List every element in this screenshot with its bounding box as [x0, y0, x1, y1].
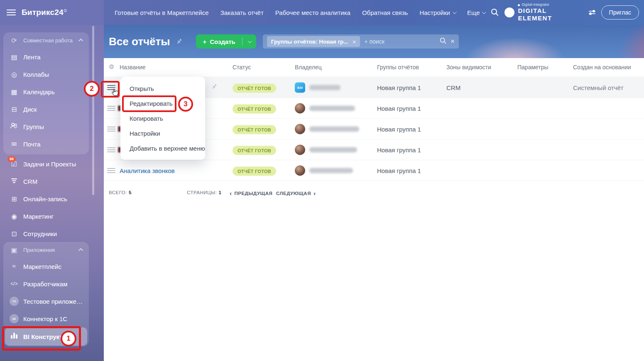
create-dropdown-button[interactable] [242, 40, 256, 43]
avatar [295, 103, 305, 113]
nav-more[interactable]: Еще [467, 9, 485, 16]
sidebar-item-feed[interactable]: ▤ Лента [3, 48, 89, 66]
owner-name-redacted [309, 105, 355, 111]
sidebar-item-collabs[interactable]: ◎ Коллабы [3, 66, 89, 83]
table-header-row: ⚙ Название Статус Владелец Группы отчёто… [104, 58, 644, 77]
avatar [295, 124, 305, 134]
bar-chart-icon [9, 333, 19, 340]
row-context-menu: Открыть Редактировать Копировать Настрой… [120, 77, 205, 160]
sidebar-item-developers[interactable]: </> Разработчикам [3, 275, 89, 293]
col-name[interactable]: Название [120, 64, 146, 71]
sidebar-group-apps: ▣ Приложения ≈ Маркетплейс </> Разработч… [3, 242, 89, 346]
tasks-counter-badge: 88 [7, 156, 16, 162]
collapse-icon[interactable] [78, 39, 83, 43]
status-badge: ОТЧЁТ ГОТОВ [233, 146, 276, 155]
background-flower [619, 25, 644, 58]
prev-page-button[interactable]: ‹ПРЕДЫДУЩАЯ [230, 190, 272, 196]
sidebar-section-collaboration[interactable]: ⟳ Совместная работа [3, 32, 89, 48]
sidebar-loose-items: ☑88 Задачи и Проекты CRM ⊞ Онлайн-запись… [3, 155, 89, 242]
nav-marketplace-reports[interactable]: Готовые отчёты в Маркетплейсе [115, 9, 209, 16]
avatar [295, 144, 305, 155]
menu-item-settings[interactable]: Настройки [120, 126, 205, 141]
row-pin-icon[interactable] [211, 83, 218, 92]
filter-clear-icon[interactable]: × [451, 37, 455, 46]
portal-title: DIGITAL ELEMENT [518, 7, 552, 22]
nav-analyst-workspace[interactable]: Рабочее место аналитика [275, 9, 350, 16]
menu-item-open[interactable]: Открыть [120, 81, 205, 96]
sidebar-item-employees[interactable]: ⊡ Сотрудники [3, 225, 89, 242]
filter-chip-report-group[interactable]: Группы отчётов: Новая гр... × [267, 36, 360, 47]
drive-icon: ⊟ [9, 105, 19, 113]
people-icon [9, 123, 19, 130]
owner-name-redacted [309, 168, 353, 173]
menu-item-add-to-top-menu[interactable]: Добавить в верхнее меню [120, 141, 205, 156]
nav-order-report[interactable]: Заказать отчёт [220, 9, 264, 16]
portal-subtitle: Digital-Integrator [518, 3, 583, 7]
pin-icon[interactable] [176, 38, 183, 47]
col-status[interactable]: Статус [233, 64, 251, 71]
main-menu-icon[interactable] [7, 10, 16, 15]
row-menu-icon[interactable] [107, 147, 115, 152]
sidebar-item-groups[interactable]: Группы [3, 118, 89, 135]
filter-search-bar[interactable]: Группы отчётов: Новая гр... × + поиск × [263, 34, 459, 49]
collapse-icon[interactable] [78, 248, 83, 253]
status-badge: ОТЧЁТ ГОТОВ [233, 83, 276, 93]
col-groups[interactable]: Группы отчётов [377, 64, 419, 71]
sidebar-item-crm[interactable]: CRM [3, 173, 89, 190]
gear-icon[interactable]: ⚙ [109, 63, 114, 71]
search-input[interactable]: + поиск [364, 38, 440, 45]
row-menu-icon[interactable] [107, 106, 115, 111]
sidebar-item-online-booking[interactable]: ⊞ Онлайн-запись [3, 190, 89, 207]
row-menu-icon[interactable] [107, 168, 115, 173]
invite-button[interactable]: Приглас [601, 5, 639, 20]
table-row[interactable]: Аналитика звонков ОТЧЁТ ГОТОВ Новая груп… [104, 160, 644, 181]
report-group: Новая группа 1 [377, 125, 421, 132]
crm-icon [9, 178, 19, 185]
top-navigation: Готовые отчёты в Маркетплейсе Заказать о… [104, 0, 644, 25]
sidebar-item-marketing[interactable]: ◉ Маркетинг [3, 207, 89, 225]
search-icon[interactable] [491, 8, 499, 16]
sidebar-item-marketplace[interactable]: ≈ Маркетплейс [3, 258, 89, 275]
app-logo[interactable]: Битрикс24⊙ [22, 8, 67, 17]
col-params[interactable]: Параметры [517, 64, 549, 71]
sidebar-item-test-app[interactable]: тп Тестовое приложен... [3, 293, 89, 310]
sidebar-item-bi-constructor[interactable]: BI Конструктор [5, 327, 87, 346]
sidebar-item-tasks[interactable]: ☑88 Задачи и Проекты [3, 155, 89, 173]
sidebar-section-apps[interactable]: ▣ Приложения [3, 242, 89, 258]
col-created-from[interactable]: Создан на основании [573, 64, 631, 71]
next-page-button[interactable]: СЛЕДУЮЩАЯ› [276, 190, 316, 196]
background-flower-blur [465, 37, 565, 58]
report-name-link[interactable]: Аналитика звонков [120, 167, 175, 174]
status-badge: ОТЧЁТ ГОТОВ [233, 104, 276, 113]
sidebar-item-disk[interactable]: ⊟ Диск [3, 100, 89, 118]
row-menu-icon[interactable] [107, 127, 115, 132]
nav-feedback[interactable]: Обратная связь [362, 9, 408, 16]
sidebar-item-calendar[interactable]: ▦ Календарь [3, 83, 89, 100]
content-header: Все отчёты +Создать Группы отчётов: Нова… [104, 25, 644, 58]
portal-logo[interactable]: Digital-Integrator DIGITAL ELEMENT [504, 3, 583, 22]
chevron-left-icon: ‹ [230, 190, 232, 196]
chip-close-icon[interactable]: × [353, 38, 356, 45]
col-zones[interactable]: Зоны видимости [446, 64, 491, 71]
menu-item-copy[interactable]: Копировать [120, 111, 205, 126]
bitrix24-app: Битрикс24⊙ ⟳ Совместная работа ▤ Лента ◎… [0, 0, 644, 361]
create-button[interactable]: +Создать [196, 34, 256, 49]
nav-settings[interactable]: Настройки [419, 9, 455, 16]
calendar-icon: ▦ [9, 88, 19, 96]
sidebar-item-1c-connector[interactable]: кк Коннектор к 1С [3, 310, 89, 327]
filter-search-icon[interactable] [440, 37, 446, 46]
menu-item-edit[interactable]: Редактировать [120, 96, 205, 111]
marketplace-icon: ≈ [9, 263, 19, 270]
collabs-icon: ◎ [9, 71, 19, 78]
sidebar-scrollbar[interactable] [92, 26, 94, 195]
col-owner[interactable]: Владелец [295, 64, 322, 71]
sliders-icon[interactable] [589, 11, 595, 14]
marketing-icon: ◉ [9, 212, 19, 220]
report-group: Новая группа 1 [377, 167, 421, 174]
row-menu-icon[interactable] [107, 85, 115, 90]
sync-icon: ⟳ [9, 37, 19, 44]
code-icon: </> [9, 281, 19, 287]
dot-icon [518, 4, 520, 6]
visibility-zone: CRM [446, 84, 460, 91]
sidebar-item-mail[interactable]: ✉ Почта [3, 135, 89, 153]
